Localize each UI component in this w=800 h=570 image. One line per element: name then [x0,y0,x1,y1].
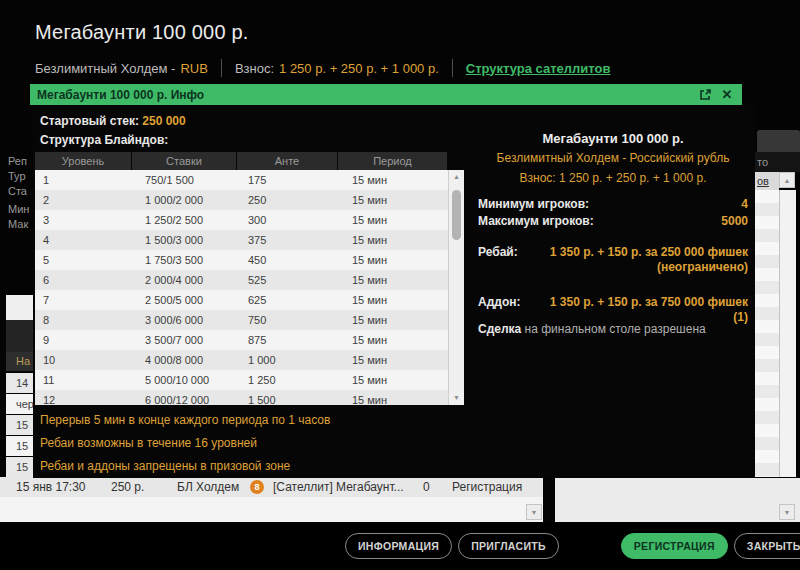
blinds-cell: 15 мин [338,370,448,390]
close-button[interactable]: ЗАКРЫТЬ [734,533,800,559]
currency-label: RUB [180,61,207,76]
note-line: Ребаи и аддоны запрещены в призовой зоне [40,459,460,473]
blinds-cell: 11 [35,370,132,390]
background-list-row[interactable]: 15 [6,457,33,477]
min-players-value: 4 [741,197,748,211]
blinds-cell: 3 500/7 000 [132,330,237,350]
blinds-cell: 625 [237,290,338,310]
blinds-row[interactable]: 31 250/2 50030015 мин [35,210,448,230]
blinds-cell: 1 000/2 000 [132,190,237,210]
tournament-notes: Перерыв 5 мин в конце каждого периода по… [40,413,460,482]
divider [452,59,453,77]
note-line: Перерыв 5 мин в конце каждого периода по… [40,413,460,427]
scroll-up-button[interactable]: ▲ [779,172,795,188]
starting-stack-value: 250 000 [142,114,185,128]
blinds-cell: 300 [237,210,338,230]
blinds-cell: 15 мин [338,230,448,250]
background-panel-fragment [6,295,33,320]
details-entry-fee: Взнос: 1 250 р. + 250 р. + 1 000 р. [478,171,748,185]
background-column-header[interactable]: На [6,352,33,371]
blinds-cell: 12 [35,390,132,405]
blinds-row[interactable]: 126 000/12 0001 50015 мин [35,390,448,405]
addon-value: 1 350 р. + 150 р. за 750 000 фишек (1) [536,295,748,325]
blinds-cell: 15 мин [338,170,448,190]
information-button[interactable]: ИНФОРМАЦИЯ [345,533,452,559]
starting-stack-line: Стартовый стек: 250 000 [40,114,186,128]
rebuy-value: 1 350 р. + 150 р. за 250 000 фишек (неог… [536,245,748,275]
blinds-cell: 1 500/3 000 [132,230,237,250]
blinds-table-header: Уровень Ставки Анте Период [35,152,448,170]
blinds-cell: 15 мин [338,290,448,310]
close-icon[interactable]: ✕ [719,87,735,103]
background-list-row[interactable]: 14 [6,373,33,393]
deal-line: Сделка на финальном столе разрешена [478,322,748,336]
blinds-row[interactable]: 62 000/4 00052515 мин [35,270,448,290]
blinds-cell: 2 500/5 000 [132,290,237,310]
details-tournament-name: Мегабаунти 100 000 р. [478,131,748,146]
blinds-cell: 3 [35,210,132,230]
register-button[interactable]: РЕГИСТРАЦИЯ [621,533,728,559]
background-list-row[interactable]: чер [6,394,33,414]
background-players-list [755,190,779,477]
blinds-row[interactable]: 51 750/3 50045015 мин [35,250,448,270]
info-dialog-title: Мегабаунти 100 000 р. Инфо [37,88,204,102]
background-strip-label: то [755,152,800,172]
satellite-structure-link[interactable]: Структура сателлитов [466,61,611,76]
deal-text: на финальном столе разрешена [521,322,705,336]
blinds-cell: 1 000 [237,350,338,370]
blinds-row[interactable]: 72 500/5 00062515 мин [35,290,448,310]
background-players-column-header[interactable]: ов [755,172,779,190]
tournament-lobby-window: Мегабаунти 100 000 р. Безлимитный Холдем… [0,0,800,570]
background-list-row[interactable]: 15 [6,436,33,456]
background-tab[interactable] [757,130,800,152]
blinds-cell: 7 [35,290,132,310]
blinds-cell: 6 000/12 000 [132,390,237,405]
blinds-row[interactable]: 1750/1 50017515 мин [35,170,448,190]
blinds-row[interactable]: 83 000/6 00075015 мин [35,310,448,330]
scroll-down-icon[interactable]: ▼ [449,391,464,405]
scroll-up-icon[interactable]: ▲ [449,170,464,184]
info-dialog-body: Стартовый стек: 250 000 Структура Блайнд… [33,105,755,478]
background-info-label: Мин [8,203,34,215]
scroll-down-button[interactable]: ▼ [526,504,542,520]
blinds-table-scrollbar[interactable]: ▲ ▼ [448,170,464,405]
divider [221,59,222,77]
scrollbar-thumb[interactable] [452,190,461,240]
column-header-period[interactable]: Период [338,152,448,170]
blinds-cell: 1 [35,170,132,190]
blinds-cell: 15 мин [338,210,448,230]
invite-button[interactable]: ПРИГЛАСИТЬ [458,533,559,559]
blinds-cell: 15 мин [338,350,448,370]
blinds-cell: 1 250 [237,370,338,390]
blinds-cell: 525 [237,270,338,290]
column-header-ante[interactable]: Анте [237,152,338,170]
blinds-row[interactable]: 93 500/7 00087515 мин [35,330,448,350]
background-info-label: Реп [8,155,34,167]
blinds-table-body: 1750/1 50017515 мин21 000/2 00025015 мин… [35,170,448,405]
blinds-structure-label: Структура Блайндов: [40,133,168,147]
page-title: Мегабаунти 100 000 р. [35,21,249,44]
max-players-row: Максимум игроков: 5000 [478,214,748,228]
blinds-cell: 10 [35,350,132,370]
popout-icon[interactable] [697,87,713,103]
column-header-level[interactable]: Уровень [35,152,132,170]
max-players-value: 5000 [721,214,748,228]
blinds-cell: 3 000/6 000 [132,310,237,330]
blinds-cell: 15 мин [338,390,448,405]
blinds-row[interactable]: 115 000/10 0001 25015 мин [35,370,448,390]
background-scrollbar[interactable] [779,190,796,477]
blinds-cell: 250 [237,190,338,210]
tournament-list-panel: 15 янв 17:30 250 р. БЛ Холдем 8 [Сателли… [0,477,543,522]
blinds-cell: 15 мин [338,330,448,350]
blinds-row[interactable]: 104 000/8 0001 00015 мин [35,350,448,370]
column-header-blinds[interactable]: Ставки [132,152,237,170]
blinds-cell: 375 [237,230,338,250]
scroll-down-button[interactable]: ▼ [779,504,795,520]
footer-bar: ИНФОРМАЦИЯПРИГЛАСИТЬРЕГИСТРАЦИЯЗАКРЫТЬ [0,522,800,570]
blinds-row[interactable]: 41 500/3 00037515 мин [35,230,448,250]
blinds-cell: 450 [237,250,338,270]
note-line: Ребаи возможны в течение 16 уровней [40,436,460,450]
blinds-row[interactable]: 21 000/2 00025015 мин [35,190,448,210]
blinds-cell: 1 500 [237,390,338,405]
background-list-row[interactable]: 15 [6,415,33,435]
